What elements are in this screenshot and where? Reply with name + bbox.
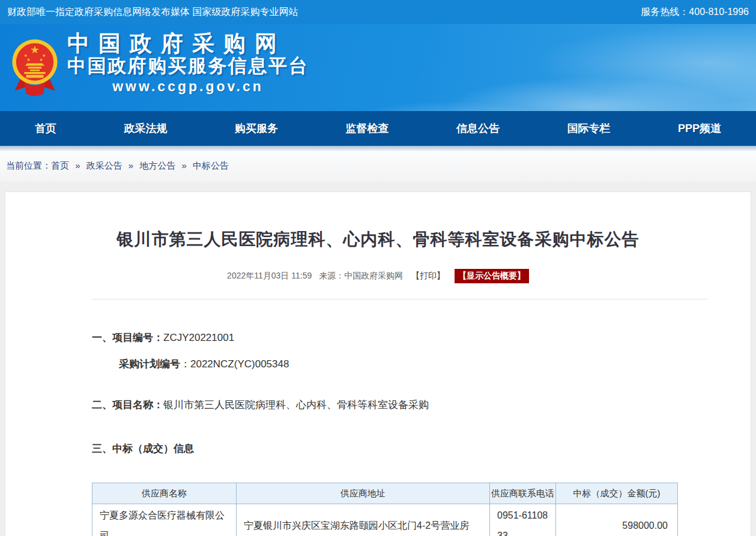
project-number-label: 一、项目编号： bbox=[92, 332, 163, 343]
nav-item-announcements[interactable]: 信息公告 bbox=[456, 121, 500, 136]
header-supplier-phone: 供应商联系电话 bbox=[490, 483, 556, 504]
nav-bottom-gradient bbox=[0, 146, 756, 151]
header-supplier-name: 供应商名称 bbox=[92, 483, 237, 504]
nav-item-ppp[interactable]: PPP频道 bbox=[678, 121, 721, 136]
header-supplier-address: 供应商地址 bbox=[237, 483, 490, 504]
breadcrumb-separator: » bbox=[182, 160, 187, 170]
breadcrumb-home[interactable]: 首页 bbox=[51, 160, 69, 170]
section-award-info-heading: 三、中标（成交）信息 bbox=[92, 442, 751, 456]
article-panel: 银川市第三人民医院病理科、心内科、骨科等科室设备采购中标公告 2022年11月0… bbox=[5, 191, 751, 536]
plan-number-value: ：2022NCZ(YC)005348 bbox=[180, 358, 289, 370]
svg-text:★: ★ bbox=[26, 57, 30, 62]
breadcrumb-separator: » bbox=[75, 160, 80, 170]
service-hotline: 服务热线：400-810-1996 bbox=[641, 6, 749, 19]
cell-supplier-address: 宁夏银川市兴庆区宝湖东路颐园小区北门4-2号营业房 bbox=[237, 504, 490, 536]
breadcrumb-separator: » bbox=[129, 160, 133, 170]
plan-number-label: 采购计划编号 bbox=[119, 358, 180, 370]
publish-datetime: 2022年11月03日 11:59 bbox=[227, 271, 312, 280]
nav-item-supervision[interactable]: 监督检查 bbox=[345, 121, 389, 136]
svg-text:★: ★ bbox=[39, 57, 43, 62]
nav-item-international[interactable]: 国际专栏 bbox=[567, 121, 610, 136]
project-number-value: ZCJY20221001 bbox=[163, 332, 234, 343]
breadcrumb: 当前位置：首页 » 政采公告 » 地方公告 » 中标公告 bbox=[0, 151, 756, 182]
logo-text-block: 中国政府采购网 中国政府购买服务信息平台 www.ccgp.gov.cn bbox=[67, 31, 309, 95]
breadcrumb-label: 当前位置： bbox=[6, 160, 51, 170]
cell-supplier-name: 宁夏多源众合医疗器械有限公司 bbox=[92, 504, 237, 536]
top-utility-bar: 财政部唯一指定政府采购信息网络发布媒体 国家级政府采购专业网站 服务热线：400… bbox=[0, 0, 756, 24]
breadcrumb-award-notices[interactable]: 中标公告 bbox=[193, 160, 229, 170]
svg-text:★: ★ bbox=[30, 44, 40, 56]
print-button[interactable]: 【打印】 bbox=[411, 271, 445, 280]
article-source: 来源：中国政府采购网 bbox=[319, 271, 403, 280]
nav-item-regulations[interactable]: 政采法规 bbox=[124, 121, 167, 136]
breadcrumb-local-notices[interactable]: 地方公告 bbox=[139, 160, 175, 170]
national-emblem-icon: ★ ★ ★ ★ ★ bbox=[11, 31, 59, 103]
section-project-number: 一、项目编号：ZCJY20221001 bbox=[92, 331, 751, 345]
meta-divider bbox=[92, 299, 707, 300]
site-banner: ★ ★ ★ ★ ★ 中国政府采购网 中国政府购买服务信息平台 www.ccgp.… bbox=[0, 24, 756, 111]
project-name-value: 银川市第三人民医院病理科、心内科、骨科等科室设备采购 bbox=[163, 399, 429, 411]
breadcrumb-procurement-notices[interactable]: 政采公告 bbox=[86, 160, 122, 170]
page-background: 银川市第三人民医院病理科、心内科、骨科等科室设备采购中标公告 2022年11月0… bbox=[0, 182, 756, 536]
site-slogan: 财政部唯一指定政府采购信息网络发布媒体 国家级政府采购专业网站 bbox=[7, 6, 298, 19]
award-table-header-row: 供应商名称 供应商地址 供应商联系电话 中标（成交）金额(元) bbox=[92, 483, 678, 504]
award-table: 供应商名称 供应商地址 供应商联系电话 中标（成交）金额(元) 宁夏多源众合医疗… bbox=[92, 483, 678, 536]
main-nav: 首页 政采法规 购买服务 监督检查 信息公告 国际专栏 PPP频道 bbox=[0, 111, 756, 146]
project-name-label: 二、项目名称： bbox=[92, 399, 163, 411]
article-meta: 2022年11月03日 11:59 来源：中国政府采购网 【打印】 【显示公告概… bbox=[5, 269, 751, 283]
show-summary-button[interactable]: 【显示公告概要】 bbox=[455, 269, 529, 283]
site-logo[interactable]: ★ ★ ★ ★ ★ 中国政府采购网 中国政府购买服务信息平台 www.ccgp.… bbox=[11, 31, 309, 103]
table-row: 宁夏多源众合医疗器械有限公司 宁夏银川市兴庆区宝湖东路颐园小区北门4-2号营业房… bbox=[92, 504, 678, 536]
article-title: 银川市第三人民医院病理科、心内科、骨科等科室设备采购中标公告 bbox=[41, 228, 715, 251]
header-award-amount: 中标（成交）金额(元) bbox=[556, 483, 678, 504]
article-body: 一、项目编号：ZCJY20221001 采购计划编号：2022NCZ(YC)00… bbox=[92, 331, 751, 456]
cell-award-amount: 598000.00 bbox=[556, 504, 678, 536]
nav-item-home[interactable]: 首页 bbox=[35, 121, 56, 136]
site-url: www.ccgp.gov.cn bbox=[67, 79, 309, 95]
section-plan-number: 采购计划编号：2022NCZ(YC)005348 bbox=[119, 357, 751, 372]
cell-supplier-phone: 0951-6110833 bbox=[490, 504, 556, 536]
nav-item-purchase-services[interactable]: 购买服务 bbox=[235, 121, 278, 136]
site-name: 中国政府采购网 bbox=[67, 31, 309, 56]
platform-name: 中国政府购买服务信息平台 bbox=[67, 56, 309, 76]
section-project-name: 二、项目名称：银川市第三人民医院病理科、心内科、骨科等科室设备采购 bbox=[92, 398, 751, 412]
